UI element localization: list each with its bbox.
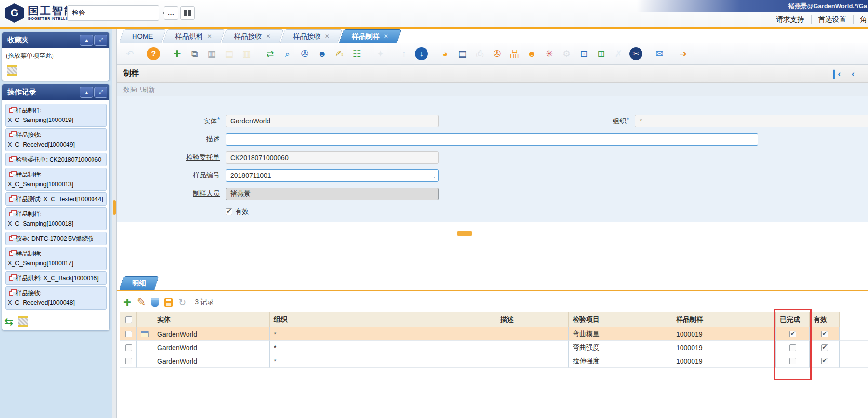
copy-record-icon[interactable]: ⧉ [188,47,201,60]
column-header-active[interactable]: 有效 [810,312,840,327]
splitter-grip[interactable] [113,200,116,215]
collapse-panel-button[interactable]: ▲ [80,35,93,46]
column-header-inspection-item[interactable]: 检验项目 [569,312,672,327]
requests-icon[interactable]: ☻ [525,47,538,60]
column-header-org[interactable]: 组织 [270,312,496,327]
inspection-order-field[interactable]: CK2018071000060 [226,151,439,164]
exit-icon[interactable]: ➔ [677,47,690,60]
tab-detail[interactable]: 明细 [121,276,157,290]
tab-sample-receiving-2[interactable]: 样品接收 ✕ [282,29,340,43]
history-item[interactable]: 样品接收: X_C_Received[1000049] [5,128,107,151]
help-icon[interactable]: ? [147,47,160,60]
first-record-icon[interactable]: ❙‹ [830,69,841,78]
history-item[interactable]: 检验委托单: CK2018071000060 [5,153,107,166]
trash-icon[interactable] [18,316,28,327]
history-item[interactable]: 样品测试: X_C_Tested[1000044] [5,192,107,206]
panel-collapse-handle[interactable] [457,231,472,236]
active-checkbox[interactable] [821,344,828,351]
completed-checkbox[interactable] [789,331,796,337]
completed-checkbox[interactable] [789,344,796,351]
restore-icon[interactable]: ⇆ [4,317,13,327]
column-header-completed[interactable]: 已完成 [776,312,810,327]
table-row[interactable]: GardenWorld * 弯曲模量 1000019 [120,327,868,341]
new-record-icon[interactable]: ✚ [171,47,184,60]
chart-icon[interactable]: ◕ [439,47,452,60]
row-checkbox[interactable] [125,344,132,351]
history-item[interactable]: 样品接收: X_C_Received[1000048] [5,286,107,310]
refresh-line-icon[interactable]: ↻ [178,298,186,307]
report-icon[interactable]: ▤ [456,47,469,60]
tab-home[interactable]: HOME ✕ [121,29,164,43]
history-item[interactable]: 样品制样: X_C_Samping[1000013] [5,168,107,191]
requery-icon[interactable]: ⇄ [264,47,277,60]
collapse-panel-button[interactable]: ▲ [80,87,93,98]
preference-icon[interactable]: ⚙ [560,47,573,60]
description-field[interactable] [226,133,758,146]
history-item[interactable]: 样品制样: X_C_Samping[1000019] [5,104,107,127]
export-icon[interactable]: ✗ [612,47,625,60]
dock-tab-icon[interactable]: ⊞ [595,47,608,60]
tab-sample-preparation[interactable]: 样品制样 ✕ [341,29,399,43]
more-menu-button[interactable]: … [164,6,178,20]
apps-grid-button[interactable] [180,6,195,20]
tab-sample-receiving-1[interactable]: 样品接收 ✕ [224,29,281,43]
resize-handle[interactable] [434,177,438,181]
history-item[interactable]: 样品烘料: X_C_Back[1000016] [5,271,107,285]
new-line-icon[interactable]: ✚ [123,298,131,307]
product-info-icon[interactable]: ✳ [543,47,556,60]
sample-no-field[interactable]: 20180711001 [226,169,439,182]
history-item[interactable]: 样品制样: X_C_Samping[1000017] [5,247,107,270]
active-checkbox[interactable] [821,331,828,337]
print-icon[interactable]: ⎙ [473,47,486,60]
trash-icon[interactable] [7,65,17,76]
row-checkbox[interactable] [125,331,132,337]
edit-row-icon[interactable] [141,331,149,337]
tab-close-icon[interactable]: ✕ [207,33,212,40]
preferences-link[interactable]: 首选设置 [811,15,853,24]
attachment-icon[interactable]: ✇ [298,47,311,60]
sidebar-splitter[interactable] [112,29,117,418]
org-field[interactable]: * [635,115,868,127]
column-header-sampling[interactable]: 样品制样 [672,312,776,327]
customize-icon[interactable]: ✂ [629,47,642,60]
entity-field[interactable]: GardenWorld [226,115,439,127]
search-input[interactable] [68,9,163,17]
tab-sample-drying[interactable]: 样品烘料 ✕ [165,29,223,43]
tab-close-icon[interactable]: ✕ [325,33,330,40]
table-row[interactable]: GardenWorld * 弯曲强度 1000019 [120,341,868,354]
grid-toggle-icon[interactable]: ☷ [350,47,363,60]
workflow-icon[interactable]: 品 [508,47,521,60]
detail-record-icon[interactable]: ↓ [415,47,428,60]
archive-icon[interactable]: ✇ [491,47,504,60]
column-header-entity[interactable]: 实体 [153,312,270,327]
process-icon[interactable]: ✦ [374,47,387,60]
completed-checkbox[interactable] [789,358,796,364]
role-link[interactable]: 角 [853,15,868,24]
undo-icon[interactable]: ↶ [123,47,136,60]
edit-line-icon[interactable]: ✎ [137,297,146,308]
support-link[interactable]: 请求支持 [770,15,811,24]
save-create-icon[interactable]: ▥ [240,47,253,60]
previous-record-icon[interactable]: ‹ [852,69,855,78]
active-checkbox[interactable] [821,358,828,364]
tab-close-icon[interactable]: ✕ [384,33,388,40]
row-checkbox[interactable] [125,358,132,364]
detach-tab-icon[interactable]: ⊡ [577,47,590,60]
save-line-icon[interactable] [164,298,173,307]
delete-record-icon[interactable]: ▦ [205,47,218,60]
expand-panel-button[interactable]: ⤢ [94,35,107,46]
note-icon[interactable]: ✍ [333,47,346,60]
chat-icon[interactable]: ☻ [316,47,329,60]
delete-line-icon[interactable] [151,298,159,307]
select-all-checkbox[interactable] [125,316,132,323]
column-header-description[interactable]: 描述 [496,312,569,327]
email-icon[interactable]: ✉ [653,47,666,60]
save-record-icon[interactable]: ▤ [223,47,236,60]
parent-record-icon[interactable]: ↑ [398,47,411,60]
active-checkbox[interactable] [226,208,232,215]
history-item[interactable]: 样品制样: X_C_Samping[1000018] [5,207,107,230]
history-item[interactable]: 仪器: DNTC-17002 5V燃烧仪 [5,232,107,245]
expand-panel-button[interactable]: ⤢ [94,87,107,98]
tab-close-icon[interactable]: ✕ [266,33,271,40]
find-icon[interactable]: ⌕ [281,47,294,60]
